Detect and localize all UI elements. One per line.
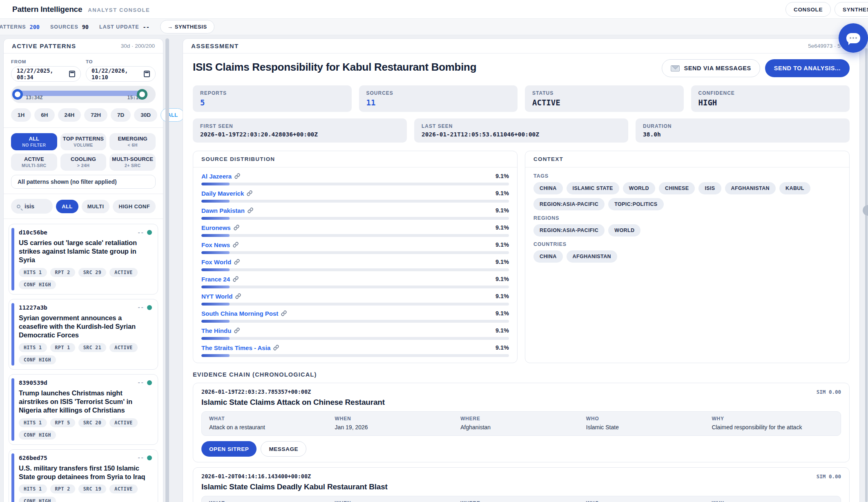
search-filter-chip[interactable]: ALL [56, 200, 78, 213]
source-row: The Hindu 9.1% [201, 326, 509, 340]
synthesis-quick-button[interactable]: → SYNTHESIS [160, 20, 214, 33]
assessment-title-row: ISIS Claims Responsibility for Kabul Res… [193, 59, 850, 77]
synthesis-button[interactable]: SYNTHESIS [835, 2, 868, 17]
calendar-icon[interactable] [69, 71, 75, 77]
context-tag[interactable]: WORLD [608, 224, 640, 236]
context-tag[interactable]: ISLAMIC STATE [567, 182, 619, 194]
pattern-filter-button[interactable]: EMERGING < 6H [109, 133, 156, 150]
pattern-filter-button[interactable]: ACTIVE MULTI-SRC [11, 154, 57, 171]
send-via-messages-button[interactable]: SEND VIA MESSAGES [662, 59, 760, 77]
evidence-similarity: SIM 0.00 [817, 473, 841, 480]
context-tag[interactable]: CHINA [533, 182, 563, 194]
time-range-chip[interactable]: 72H [84, 108, 107, 122]
context-body: TAGS CHINA ISLAMIC STATE WORLD [525, 167, 849, 269]
sidebar-scrollbar[interactable] [165, 38, 169, 502]
source-link[interactable]: Dawn Pakistan [201, 207, 253, 214]
context-tag[interactable]: REGION:ASIA-PACIFIC [533, 224, 605, 236]
evidence-field-value: Jan 19, 2026 [335, 424, 457, 431]
pattern-filter-button[interactable]: ALL NO FILTER [11, 133, 57, 150]
context-title: CONTEXT [525, 151, 849, 167]
context-tag[interactable]: KABUL [779, 182, 810, 194]
pattern-id: d10c56be [19, 229, 47, 236]
source-link[interactable]: NYT World [201, 293, 241, 300]
search-row: isis ALL MULTI HIGH CONF [4, 194, 163, 219]
pattern-filter-button[interactable]: TOP PATTERNS VOLUME [60, 133, 107, 150]
time-card-label: FIRST SEEN [200, 123, 399, 129]
slider-handle-start[interactable] [12, 89, 23, 100]
source-link[interactable]: France 24 [201, 276, 239, 283]
evidence-field: WHAT Attack on a restaurant [209, 416, 331, 431]
source-link[interactable]: The Hindu [201, 327, 240, 334]
source-row: Fox News 9.1% [201, 241, 509, 254]
source-link[interactable]: Al Jazeera [201, 173, 240, 180]
context-tag[interactable]: ISIS [698, 182, 721, 194]
evidence-field-label: WHO [586, 416, 708, 422]
evidence-field-label: WHAT [209, 416, 331, 422]
app: Pattern Intelligence ANALYST CONSOLE CON… [0, 0, 868, 502]
pattern-filter-button[interactable]: MULTI-SOURCE 2+ SRC [109, 154, 156, 171]
search-filter-chip[interactable]: HIGH CONF [113, 200, 156, 213]
source-link[interactable]: Fox World [201, 259, 240, 266]
search-filter-chip[interactable]: MULTI [82, 200, 110, 213]
context-tag[interactable]: AFGHANISTAN [567, 250, 617, 263]
to-datetime-input[interactable]: 01/22/2026, 10:10 [86, 66, 156, 82]
source-link[interactable]: South China Morning Post [201, 310, 287, 317]
stat-card-label: CONFIDENCE [698, 90, 843, 96]
context-tag[interactable]: WORLD [623, 182, 655, 194]
source-link[interactable]: The Straits Times - Asia [201, 344, 279, 351]
context-tag[interactable]: REGION:ASIA-PACIFIC [533, 198, 605, 210]
from-datetime-value: 12/27/2025, 08:34 [17, 67, 69, 80]
calendar-icon[interactable] [144, 71, 150, 77]
pattern-card[interactable]: 8390539d -- Trump launches Christmas nig… [9, 374, 158, 445]
context-tag[interactable]: CHINA [533, 250, 563, 263]
pattern-card[interactable]: 11227a3b -- Syrian government announces … [9, 299, 158, 370]
time-range-chip[interactable]: 7D [111, 108, 131, 122]
source-line: The Straits Times - Asia 9.1% [201, 344, 509, 352]
sidebar-header: ACTIVE PATTERNS 30d · 200/200 [4, 39, 163, 54]
source-link[interactable]: Daily Maverick [201, 190, 252, 197]
main-scrollbar[interactable] [865, 48, 868, 502]
time-range-chip[interactable]: 24H [58, 108, 81, 122]
source-name: The Hindu [201, 327, 231, 334]
time-range-slider[interactable]: 13:34Z 15:10Z [11, 86, 156, 103]
context-tag[interactable]: AFGHANISTAN [725, 182, 776, 194]
message-button[interactable]: MESSAGE [261, 441, 306, 457]
time-card-label: LAST SEEN [422, 123, 621, 129]
pattern-id: 11227a3b [19, 304, 47, 311]
source-row: NYT World 9.1% [201, 292, 509, 306]
open-sitrep-button[interactable]: OPEN SITREP [201, 441, 257, 457]
time-range-chip[interactable]: 1H [11, 108, 31, 122]
source-percent: 9.1% [495, 293, 509, 299]
global-stat-label: PATTERNS [0, 24, 26, 30]
slider-handle-end[interactable] [137, 89, 147, 100]
send-to-analysis-button[interactable]: SEND TO ANALYSIS... [765, 59, 850, 77]
source-line: The Hindu 9.1% [201, 326, 509, 335]
from-datetime-input[interactable]: 12/27/2025, 08:34 [11, 66, 81, 82]
time-range-chip[interactable]: ALL [161, 108, 184, 122]
console-button[interactable]: CONSOLE [785, 2, 831, 17]
source-bar-fill [201, 286, 230, 288]
pattern-card[interactable]: 626bed75 -- U.S. military transfers firs… [9, 449, 158, 502]
pattern-card-top: d10c56be -- [19, 229, 152, 236]
stat-card-value: HIGH [698, 98, 843, 107]
source-percent: 9.1% [495, 207, 509, 214]
stat-card-label: SOURCES [366, 90, 511, 96]
evidence-title: Islamic State Claims Attack on Chinese R… [201, 398, 841, 407]
source-link[interactable]: Fox News [201, 241, 239, 248]
source-link[interactable]: Euronews [201, 224, 239, 231]
pattern-card[interactable]: d10c56be -- US carries out 'large scale'… [9, 224, 158, 295]
context-tag[interactable]: TOPIC:POLITICS [608, 198, 663, 210]
pattern-badge: RPT 1 [50, 343, 75, 352]
pattern-card-status: -- [137, 379, 152, 386]
source-percent: 9.1% [495, 190, 509, 196]
time-range-chip[interactable]: 6H [34, 108, 54, 122]
filter-subtitle: 2+ SRC [125, 163, 141, 168]
evidence-fields: WHAT Attack on a restaurant WHEN Jan 19,… [201, 411, 841, 436]
time-range-chip[interactable]: 30D [134, 108, 157, 122]
pattern-filter-button[interactable]: COOLING > 24H [60, 154, 107, 171]
pattern-search-input[interactable]: isis [11, 199, 53, 214]
context-tag[interactable]: CHINESE [659, 182, 695, 194]
source-bar-track [201, 354, 509, 357]
global-stats: PATTERNS 200 SOURCES 90 LAST UPDATE -- [0, 24, 150, 30]
chat-fab-button[interactable] [839, 23, 868, 53]
